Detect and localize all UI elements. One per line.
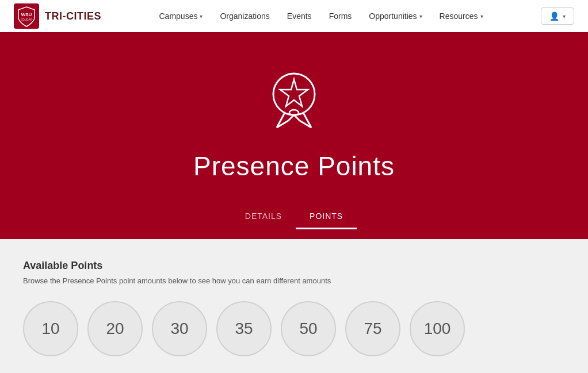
nav-item-events[interactable]: Events: [280, 7, 319, 25]
nav-link-campuses[interactable]: Campuses ▾: [152, 7, 210, 25]
point-circle-100[interactable]: 100: [410, 301, 465, 356]
nav-label-forms: Forms: [329, 11, 352, 21]
nav-item-campuses[interactable]: Campuses ▾: [152, 7, 210, 25]
opportunities-dropdown-icon: ▾: [419, 13, 422, 20]
point-circle-50[interactable]: 50: [281, 301, 336, 356]
point-circle-20[interactable]: 20: [87, 301, 143, 356]
hero-section: Presence Points DETAILS POINTS: [0, 32, 588, 239]
content-section: Available Points Browse the Presence Poi…: [0, 239, 588, 373]
nav-link-opportunities[interactable]: Opportunities ▾: [362, 7, 429, 25]
nav-menu: Campuses ▾ Organizations Events Forms Op…: [152, 7, 490, 25]
brand-logo-link[interactable]: WSU COUGAR TRI-CITIES: [14, 3, 101, 29]
svg-marker-4: [280, 79, 308, 106]
svg-text:WSU: WSU: [21, 12, 32, 17]
nav-item-organizations[interactable]: Organizations: [213, 7, 276, 25]
campuses-dropdown-icon: ▾: [200, 13, 203, 20]
award-badge-icon: [259, 66, 329, 137]
nav-link-events[interactable]: Events: [280, 7, 319, 25]
user-dropdown-icon: ▾: [563, 13, 566, 20]
resources-dropdown-icon: ▾: [480, 13, 483, 20]
user-menu-button[interactable]: 👤 ▾: [541, 7, 574, 25]
point-circle-75[interactable]: 75: [345, 301, 400, 356]
nav-item-resources[interactable]: Resources ▾: [433, 7, 490, 25]
nav-item-forms[interactable]: Forms: [322, 7, 359, 25]
nav-link-organizations[interactable]: Organizations: [213, 7, 276, 25]
tabs-bar: DETAILS POINTS: [12, 205, 576, 229]
hero-title: Presence Points: [193, 151, 395, 182]
available-points-description: Browse the Presence Points point amounts…: [23, 276, 565, 285]
point-circle-30[interactable]: 30: [152, 301, 207, 356]
wsu-shield-icon: WSU COUGAR: [14, 3, 39, 29]
brand-name: TRI-CITIES: [45, 10, 101, 22]
nav-label-opportunities: Opportunities: [369, 11, 417, 21]
svg-text:COUGAR: COUGAR: [21, 18, 33, 21]
tab-details[interactable]: DETAILS: [231, 205, 296, 229]
tab-points[interactable]: POINTS: [296, 205, 357, 229]
nav-item-opportunities[interactable]: Opportunities ▾: [362, 7, 429, 25]
nav-link-forms[interactable]: Forms: [322, 7, 359, 25]
points-circles-container: 10 20 30 35 50 75 100: [23, 301, 565, 356]
nav-label-events: Events: [287, 11, 312, 21]
available-points-heading: Available Points: [23, 260, 565, 272]
point-circle-35[interactable]: 35: [216, 301, 272, 356]
nav-label-resources: Resources: [440, 11, 478, 21]
person-icon: 👤: [549, 11, 559, 21]
point-circle-10[interactable]: 10: [23, 301, 78, 356]
nav-label-campuses: Campuses: [159, 11, 198, 21]
nav-label-organizations: Organizations: [220, 11, 269, 21]
nav-link-resources[interactable]: Resources ▾: [433, 7, 490, 25]
navbar-right: 👤 ▾: [541, 7, 574, 25]
navbar: WSU COUGAR TRI-CITIES Campuses ▾ Organiz…: [0, 0, 588, 32]
